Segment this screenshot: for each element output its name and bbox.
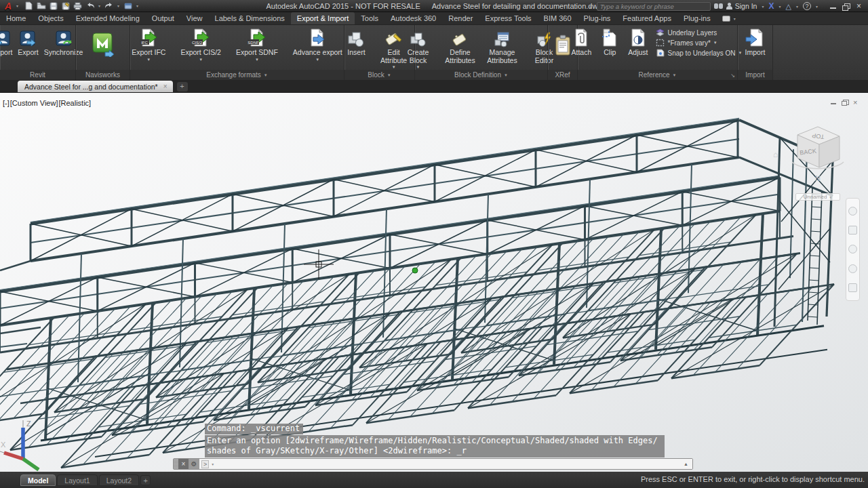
new-file-tab-button[interactable]: + (177, 82, 188, 92)
command-history-expand-icon[interactable]: ▲ (684, 462, 690, 466)
command-line-bar[interactable]: × ⚙ > ▼ ▲ (173, 458, 693, 470)
zoom-icon[interactable] (848, 245, 857, 253)
sign-in-button[interactable]: Sign In (735, 2, 757, 10)
file-tab-close-icon[interactable]: × (163, 83, 167, 90)
redo-icon[interactable] (104, 1, 114, 10)
navisworks-button[interactable] (89, 26, 117, 57)
viewport-view-control[interactable]: [Custom View] (10, 99, 58, 107)
undo-icon[interactable] (85, 1, 95, 10)
command-input-field[interactable]: > ▼ ▲ (199, 459, 692, 469)
save-as-icon[interactable] (60, 1, 71, 10)
recent-commands-caret-icon[interactable]: ▼ (211, 462, 214, 466)
pan-icon[interactable] (848, 226, 857, 235)
reference-dialog-launcher-icon[interactable]: ↘ (730, 73, 735, 79)
qat-customize-caret-icon[interactable]: ▾ (135, 3, 140, 8)
autodesk-360-icon[interactable]: △ (786, 2, 791, 11)
export-cis2-button[interactable]: CIS/2 Export CIS/2 ▼ (178, 26, 224, 62)
sign-in-caret-icon[interactable]: ▾ (760, 4, 765, 9)
app-menu-caret-icon[interactable]: ▾ (15, 3, 20, 8)
panel-caption-import[interactable]: Import (738, 70, 772, 80)
workspace-icon[interactable] (123, 1, 133, 10)
panel-caption-reference[interactable]: Reference▼ (578, 70, 737, 80)
tab-tools[interactable]: Tools (355, 12, 384, 24)
command-bar-grip[interactable] (174, 459, 178, 469)
adjust-button[interactable]: Adjust (625, 26, 650, 57)
tab-home[interactable]: Home (0, 12, 32, 24)
command-bar-customize-icon[interactable]: ⚙ (189, 459, 199, 469)
viewcube-home-icon[interactable]: ⌂ (773, 150, 778, 159)
minimize-button[interactable] (829, 3, 837, 9)
model-tab[interactable]: Model (20, 474, 56, 486)
viewport-restore-icon[interactable] (842, 100, 848, 105)
revit-export-button[interactable]: Export (15, 26, 41, 57)
ribbon-display-toggle[interactable]: ▾ (722, 12, 737, 24)
search-input[interactable] (597, 2, 711, 11)
frames-vary-dropdown[interactable]: *Frames vary* ▼ (656, 39, 742, 47)
help-icon[interactable]: ? (803, 2, 811, 10)
viewcube-named-view-dropdown[interactable]: Unnamed ▼ (795, 193, 840, 201)
exchange-apps-icon[interactable]: X (768, 1, 774, 11)
navigation-bar[interactable] (846, 198, 860, 301)
tab-autodesk-360[interactable]: Autodesk 360 (384, 12, 442, 24)
advance-export-button[interactable]: Advance export ▼ (290, 26, 345, 62)
revit-import-button[interactable]: Import (0, 26, 15, 57)
viewport-close-icon[interactable]: × (853, 100, 860, 105)
define-attributes-button[interactable]: Define Attributes (440, 26, 481, 64)
a360-caret-icon[interactable]: ▾ (795, 4, 800, 9)
panel-caption-revit[interactable]: Revit (0, 70, 75, 80)
panel-caption-navisworks[interactable]: Navisworks (76, 70, 130, 80)
exchange-caret-icon[interactable]: ▾ (777, 4, 782, 9)
create-block-button[interactable]: Create Block ▼ (398, 26, 439, 69)
viewport-style-control[interactable]: [Realistic] (59, 99, 92, 107)
insert-button[interactable]: Insert (344, 26, 368, 57)
viewport-minimize-icon[interactable] (830, 100, 837, 105)
steering-wheel-icon[interactable] (848, 207, 857, 216)
close-button[interactable]: × (855, 3, 863, 9)
save-icon[interactable] (48, 1, 58, 10)
tab-plug-ins-2[interactable]: Plug-ins (677, 12, 717, 24)
restore-button[interactable] (842, 3, 850, 9)
tab-labels-dimensions[interactable]: Labels & Dimensions (209, 12, 291, 24)
tab-export-import[interactable]: Export & Import (291, 12, 355, 24)
export-sdnf-button[interactable]: SDNF Export SDNF ▼ (233, 26, 281, 62)
tab-bim-360[interactable]: BIM 360 (538, 12, 578, 24)
tab-view[interactable]: View (180, 12, 209, 24)
user-icon[interactable] (726, 3, 732, 9)
drawing-viewport[interactable]: ZX [-][Custom View][Realistic] × ⌂ TOP B… (0, 93, 868, 472)
redo-caret-icon[interactable]: ▾ (116, 3, 121, 8)
viewport-minus-control[interactable]: [-] (3, 99, 9, 107)
layout2-tab[interactable]: Layout2 (99, 474, 139, 486)
export-ifc-button[interactable]: IFC Export IFC ▼ (129, 26, 168, 62)
tab-express-tools[interactable]: Express Tools (479, 12, 537, 24)
tab-objects[interactable]: Objects (32, 12, 69, 24)
underlay-layers-button[interactable]: Underlay Layers (656, 28, 742, 37)
undo-caret-icon[interactable]: ▾ (97, 3, 102, 8)
panel-caption-block-definition[interactable]: Block Definition▼ (415, 70, 547, 80)
layout1-tab[interactable]: Layout1 (57, 474, 97, 486)
open-folder-icon[interactable] (36, 1, 46, 10)
tab-plug-ins[interactable]: Plug-ins (578, 12, 617, 24)
snap-underlays-dropdown[interactable]: Snap to Underlays ON ▼ (656, 49, 742, 57)
command-input[interactable] (216, 460, 682, 468)
orbit-icon[interactable] (848, 264, 857, 273)
tab-featured-apps[interactable]: Featured Apps (616, 12, 677, 24)
tab-render[interactable]: Render (442, 12, 479, 24)
panel-caption-exchange-formats[interactable]: Exchange formats▼ (130, 70, 344, 80)
plot-icon[interactable] (73, 1, 83, 10)
panel-caption-block[interactable]: Block▼ (344, 70, 414, 80)
tab-output[interactable]: Output (146, 12, 180, 24)
search-icon[interactable] (714, 3, 723, 9)
new-file-icon[interactable] (24, 1, 34, 10)
file-tab-active[interactable]: Advance Steel for ...g and documentation… (18, 81, 173, 92)
help-caret-icon[interactable]: ▾ (814, 4, 819, 9)
command-bar-close-icon[interactable]: × (178, 459, 189, 469)
showmotion-icon[interactable] (848, 283, 857, 292)
panel-caption-xref[interactable]: XRef (548, 70, 577, 80)
attach-button[interactable]: Attach (569, 26, 595, 57)
tab-extended-modeling[interactable]: Extended Modeling (70, 12, 146, 24)
search-scope-caret-icon[interactable]: ▸ (589, 4, 593, 9)
viewcube[interactable]: ⌂ TOP BACK N Unnamed ▼ (785, 120, 850, 201)
autocad-logo-icon[interactable]: A (1, 1, 15, 12)
new-layout-button[interactable]: + (140, 475, 151, 485)
manage-attributes-button[interactable]: Manage Attributes (482, 26, 523, 64)
